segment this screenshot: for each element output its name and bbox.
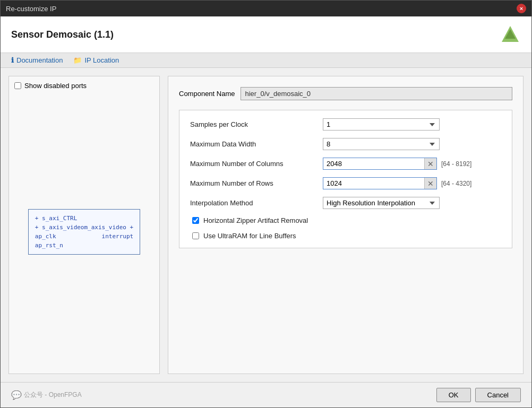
max-columns-range-hint: [64 - 8192] [441, 160, 471, 168]
max-rows-clear-button[interactable]: ✕ [424, 178, 436, 189]
show-disabled-ports-checkbox[interactable] [14, 82, 21, 89]
param-label-max-columns: Maximum Number of Columns [190, 160, 318, 168]
logo-icon [500, 24, 521, 45]
params-table: Samples per Clock 1 2 4 Maximum Data Wid… [179, 110, 512, 248]
nav-bar: ℹ Documentation 📁 IP Location [1, 53, 531, 68]
max-rows-range-hint: [64 - 4320] [441, 180, 471, 187]
param-label-interpolation-method: Interpolation Method [190, 199, 318, 207]
watermark-text: 公众号 - OpenFPGA [24, 390, 82, 400]
nav-ip-location[interactable]: 📁 IP Location [73, 56, 119, 64]
max-rows-input-wrapper: ✕ [323, 177, 437, 189]
wechat-icon: 💬 [11, 390, 22, 400]
nav-documentation[interactable]: ℹ Documentation [11, 56, 63, 64]
cancel-button[interactable]: Cancel [475, 388, 521, 402]
port-ap-clk: ap_clk [35, 233, 56, 240]
max-columns-input[interactable] [323, 158, 424, 169]
param-row-max-data-width: Maximum Data Width 8 10 12 16 [190, 138, 501, 150]
folder-icon: 📁 [73, 56, 82, 64]
schematic-area: + s_axi_CTRL + s_axis_video m_axis_video… [14, 95, 154, 368]
param-control-max-data-width: 8 10 12 16 [323, 138, 440, 150]
interpolation-method-select[interactable]: High Resolution Interpolation Bilinear [323, 197, 440, 209]
checkbox-row-horizontal-zipper: Horizontal Zipper Artifact Removal [190, 216, 501, 224]
schematic-row-2: + s_axis_video m_axis_video + [35, 223, 133, 232]
content-area: Show disabled ports + s_axi_CTRL + s_axi… [1, 68, 531, 382]
param-control-interpolation-method: High Resolution Interpolation Bilinear [323, 197, 440, 209]
port-s-axis-video: + s_axis_video [35, 224, 84, 231]
show-disabled-ports-label: Show disabled ports [24, 82, 87, 90]
schematic-row-1: + s_axi_CTRL [35, 214, 133, 223]
param-label-max-data-width: Maximum Data Width [190, 140, 318, 148]
max-columns-clear-button[interactable]: ✕ [424, 158, 436, 169]
max-columns-input-wrapper: ✕ [323, 158, 437, 170]
param-label-samples-per-clock: Samples per Clock [190, 120, 318, 128]
horizontal-zipper-label: Horizontal Zipper Artifact Removal [203, 216, 308, 224]
port-s-axi-ctrl: + s_axi_CTRL [35, 215, 77, 222]
param-row-max-rows: Maximum Number of Rows ✕ [64 - 4320] [190, 177, 501, 189]
horizontal-zipper-checkbox[interactable] [192, 217, 199, 224]
ultraram-checkbox[interactable] [192, 232, 199, 239]
ultraram-label: Use UltraRAM for Line Buffers [203, 232, 296, 240]
component-name-label: Component Name [179, 90, 235, 98]
left-panel: Show disabled ports + s_axi_CTRL + s_axi… [8, 76, 160, 374]
header-section: Sensor Demosaic (1.1) [1, 16, 531, 53]
port-interrupt: interrupt [102, 233, 134, 240]
checkbox-row-ultraram: Use UltraRAM for Line Buffers [190, 232, 501, 240]
max-data-width-select[interactable]: 8 10 12 16 [323, 138, 440, 150]
param-control-samples-per-clock: 1 2 4 [323, 118, 440, 131]
schematic-box: + s_axi_CTRL + s_axis_video m_axis_video… [28, 209, 140, 255]
param-row-samples-per-clock: Samples per Clock 1 2 4 [190, 118, 501, 131]
component-name-row: Component Name [179, 87, 512, 100]
show-disabled-ports-row: Show disabled ports [14, 82, 154, 90]
port-m-axis-video: m_axis_video + [84, 224, 134, 231]
close-button[interactable]: × [517, 4, 526, 13]
max-rows-input[interactable] [323, 178, 424, 189]
param-control-max-rows: ✕ [64 - 4320] [323, 177, 471, 189]
param-control-max-columns: ✕ [64 - 8192] [323, 158, 471, 170]
right-panel: Component Name Samples per Clock 1 2 4 [168, 76, 524, 374]
param-row-max-columns: Maximum Number of Columns ✕ [64 - 8192] [190, 158, 501, 170]
param-row-interpolation-method: Interpolation Method High Resolution Int… [190, 197, 501, 209]
footer: 💬 公众号 - OpenFPGA OK Cancel [1, 382, 531, 407]
schematic-row-4: ap_rst_n [35, 241, 133, 250]
nav-documentation-label: Documentation [16, 56, 63, 64]
watermark: 💬 公众号 - OpenFPGA [11, 388, 432, 402]
dialog-title: Re-customize IP [6, 5, 56, 13]
schematic-row-3: ap_clk interrupt [35, 232, 133, 241]
param-label-max-rows: Maximum Number of Rows [190, 179, 318, 187]
component-name-input[interactable] [241, 87, 513, 100]
samples-per-clock-select[interactable]: 1 2 4 [323, 118, 440, 131]
info-icon: ℹ [11, 56, 14, 64]
title-bar: Re-customize IP × [1, 1, 531, 16]
port-ap-rst-n: ap_rst_n [35, 242, 63, 249]
header-title: Sensor Demosaic (1.1) [11, 29, 114, 40]
ok-button[interactable]: OK [436, 388, 471, 402]
nav-ip-location-label: IP Location [84, 56, 119, 64]
